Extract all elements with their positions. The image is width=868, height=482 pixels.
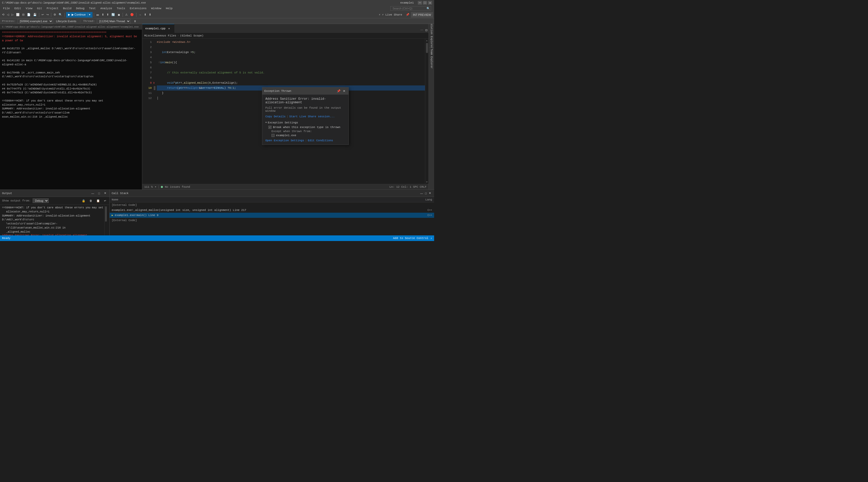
search-icon: 🔍	[427, 7, 430, 10]
debug-step-out[interactable]: ⬆	[105, 12, 110, 18]
add-to-source-control[interactable]: Add to Source Control	[393, 237, 429, 240]
menu-test[interactable]: Test	[87, 6, 98, 10]
menu-view[interactable]: View	[24, 6, 34, 10]
editor-tab-active[interactable]: example1.cpp ✕	[142, 24, 174, 33]
no-issues-text: No issues found	[165, 185, 190, 188]
exception-pin-button[interactable]: 📌	[336, 89, 341, 93]
menu-build[interactable]: Build	[61, 6, 73, 10]
output-clear[interactable]: 🗑	[89, 198, 93, 204]
break-when-checkbox[interactable]: ✓	[269, 126, 272, 129]
status-icon: ⚡	[430, 237, 432, 240]
tab-name: example1.cpp	[145, 27, 165, 30]
menu-tools[interactable]: Tools	[115, 6, 127, 10]
output-line-4: \vctools\crt\asan\llvm\compiler-rt\lib\a…	[2, 222, 104, 230]
toolbar-btn-5[interactable]: ⊟	[21, 12, 26, 18]
debug-extra-2[interactable]: ⬆	[143, 12, 147, 18]
output-close[interactable]: ✕	[103, 190, 107, 196]
toolbar-btn-6[interactable]: 📄	[26, 12, 32, 18]
toolbar-undo[interactable]: ↩	[40, 12, 45, 18]
output-source-select[interactable]: Debug	[33, 199, 49, 203]
solution-explorer-icon[interactable]: Solution Explorer	[429, 25, 434, 46]
lifecycle-events-button[interactable]: Lifecycle Events	[55, 18, 77, 24]
editor-scrollbar[interactable]: ▲ ▼	[425, 38, 429, 184]
toolbar-btn-4[interactable]: ⬜	[15, 12, 21, 18]
ready-text: Ready	[2, 237, 10, 240]
output-scrollbar[interactable]	[104, 206, 107, 235]
toolbar-btn-3[interactable]: ▷	[10, 12, 14, 18]
toolbar-btn-2[interactable]: ◁	[6, 12, 10, 18]
toolbar-extra-1[interactable]: ⚙	[53, 12, 57, 18]
cs-item-main[interactable]: ▶ example1.exe!main() Line 9 C++	[110, 213, 434, 218]
start-live-share-link[interactable]: Start Live Share session...	[289, 115, 335, 118]
debug-step-into[interactable]: ⬇	[101, 12, 105, 18]
live-share-button[interactable]: ⚡ ⚡ Live Share	[377, 12, 404, 17]
menu-edit[interactable]: Edit	[12, 6, 23, 10]
output-minimize[interactable]: —	[90, 190, 95, 196]
team-explorer-icon[interactable]: Team Explorer	[429, 50, 434, 68]
toolbar-extra-2[interactable]: 🔍	[58, 12, 63, 18]
window-controls: — □ ✕	[418, 1, 432, 5]
cs-item-external-1[interactable]: [External Code]	[110, 203, 434, 208]
tab-close-button[interactable]: ✕	[167, 27, 171, 31]
output-content[interactable]: ==59984==HINT: if you don't care about t…	[0, 205, 110, 235]
call-stack-close[interactable]: ✕	[428, 190, 432, 196]
example-exe-checkbox[interactable]	[272, 134, 275, 137]
debug-stop[interactable]: ⏹	[117, 12, 121, 18]
terminal-content[interactable]: ========================================…	[0, 30, 142, 189]
open-exception-settings-link[interactable]: Open Exception Settings	[266, 139, 304, 142]
menu-debug[interactable]: Debug	[74, 6, 86, 10]
exception-links: Copy Details | Start Live Share session.…	[266, 115, 345, 118]
term-line-12	[2, 95, 140, 99]
copy-details-link[interactable]: Copy Details	[266, 115, 285, 118]
toolbar-pin[interactable]: 📌	[405, 12, 410, 18]
output-title-bar: Output — □ ✕	[0, 190, 110, 197]
output-scroll-lock[interactable]: 🔒	[81, 198, 86, 204]
debug-breakpoint[interactable]: 🔴	[129, 12, 135, 18]
cs-item-aligned[interactable]: example1.exe!_aligned_malloc(unsigned in…	[110, 208, 434, 213]
exception-close-button[interactable]: ✕	[342, 89, 346, 93]
output-maximize[interactable]: □	[97, 190, 101, 196]
menu-file[interactable]: File	[1, 6, 12, 10]
edit-conditions-link[interactable]: Edit Conditions	[308, 139, 333, 142]
menu-extensions[interactable]: Extensions	[128, 6, 149, 10]
menu-analyze[interactable]: Analyze	[98, 6, 114, 10]
debug-restart[interactable]: 🔄	[111, 12, 116, 18]
exception-body: Address Sanitizer Error: invalid-allocat…	[262, 95, 348, 145]
debug-extra-3[interactable]: ⬇	[148, 12, 152, 18]
menu-help[interactable]: Help	[164, 6, 175, 10]
breadcrumb-file[interactable]: Miscellaneous Files	[144, 34, 176, 37]
call-stack-maximize[interactable]: □	[424, 190, 428, 196]
menu-git[interactable]: Git	[35, 6, 44, 10]
bottom-panels: Output — □ ✕ Show output from: Debug 🔒 🗑…	[0, 189, 434, 235]
menu-project[interactable]: Project	[44, 6, 60, 10]
thread-pause-button[interactable]: ⏸	[132, 18, 137, 24]
search-input[interactable]	[390, 6, 431, 11]
debug-extra-1[interactable]: →	[138, 12, 143, 18]
exception-settings-header: ▼ Exception Settings	[266, 121, 345, 124]
output-copy[interactable]: 📋	[95, 198, 101, 204]
debug-exception[interactable]: ⚠	[124, 12, 129, 18]
toolbar-btn-7[interactable]: 💾	[32, 12, 38, 18]
output-word-wrap[interactable]: ↵	[103, 198, 107, 204]
continue-dropdown-icon[interactable]: ▾	[88, 13, 91, 16]
toolbar-redo[interactable]: ↪	[45, 12, 50, 18]
process-bar: Process: [50984] example1.exe Lifecycle …	[0, 18, 434, 24]
maximize-button[interactable]: □	[423, 1, 427, 5]
debug-step-over[interactable]: ⏭	[95, 12, 100, 18]
thread-select[interactable]: [11204] Main Thread	[97, 19, 130, 24]
cs-item-external-2[interactable]: [External Code]	[110, 218, 434, 223]
process-select[interactable]: [50984] example1.exe	[18, 19, 53, 24]
scroll-up-btn[interactable]: ▲	[426, 39, 428, 42]
close-button[interactable]: ✕	[428, 1, 432, 5]
breadcrumb-scope[interactable]: (Global Scope)	[180, 34, 204, 37]
int-preview-button[interactable]: INT PREVIEW	[411, 12, 433, 18]
scroll-thumb[interactable]	[426, 43, 428, 53]
tab-split[interactable]: ⊡	[424, 27, 429, 33]
scroll-down-btn[interactable]: ▼	[426, 181, 428, 183]
call-stack-minimize[interactable]: —	[419, 190, 424, 196]
menu-window[interactable]: Window	[149, 6, 163, 10]
toolbar-btn-1[interactable]: ⟲	[1, 12, 5, 18]
zoom-level[interactable]: 111 %	[144, 185, 153, 188]
continue-button[interactable]: ▶ ▶ Continue ▾	[66, 12, 93, 18]
tab-bar-actions[interactable]: ⋯	[419, 27, 424, 33]
